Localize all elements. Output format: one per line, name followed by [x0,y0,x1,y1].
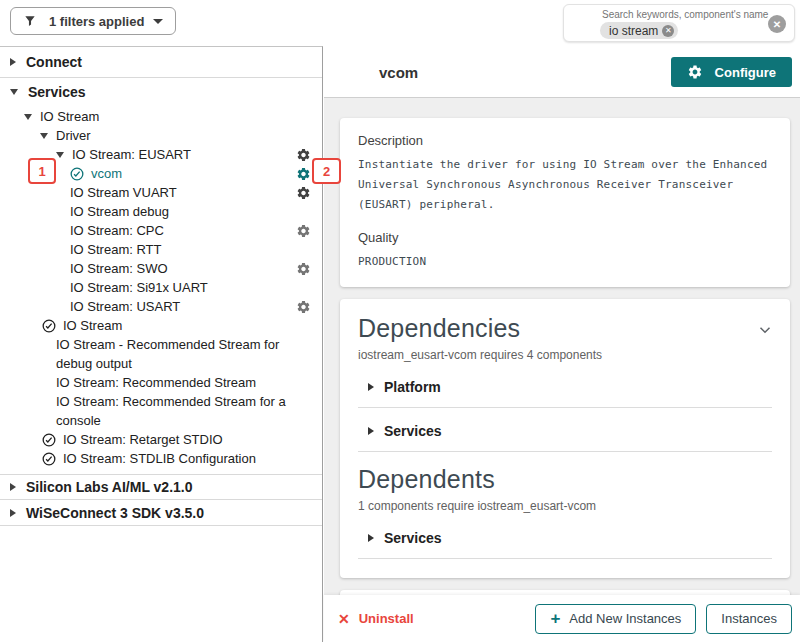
search-input[interactable]: Search keywords, component's name io str… [563,4,795,42]
tree-item-retarget-stdio[interactable]: IO Stream: Retarget STDIO [0,430,322,449]
sidebar-item-label: Silicon Labs AI/ML v2.1.0 [26,479,193,495]
description-card: Description Instantiate the driver for u… [340,118,790,287]
expand-arrow-icon[interactable] [368,534,374,542]
filter-funnel-icon [23,14,37,28]
sidebar-item-wiseconnect[interactable]: WiSeConnect 3 SDK v3.5.0 [0,500,322,526]
expand-arrow-icon[interactable] [368,383,374,391]
sidebar-item-connect[interactable]: Connect [0,47,322,78]
configure-gear-icon[interactable] [296,261,311,276]
expand-arrow-icon[interactable] [10,483,16,491]
add-new-instances-button[interactable]: + Add New Instances [535,604,696,634]
sidebar-item-ai-ml[interactable]: Silicon Labs AI/ML v2.1.0 [0,474,322,500]
gear-icon [687,64,703,80]
close-icon: ✕ [338,611,350,627]
configure-button[interactable]: Configure [671,57,792,87]
page-title: vcom [379,63,418,80]
tree-item-cpc[interactable]: IO Stream: CPC [0,221,322,240]
configure-gear-icon[interactable] [296,166,311,181]
dependents-group-services[interactable]: Services [358,528,772,558]
annotation-marker-1: 1 [28,158,56,184]
dependencies-group-platform[interactable]: Platform [358,377,772,407]
expand-arrow-icon[interactable] [10,58,16,66]
tree-item-swo[interactable]: IO Stream: SWO [0,259,322,278]
tree-item-rec-debug[interactable]: IO Stream - Recommended Stream for debug… [0,335,322,373]
search-chip-label: io stream [609,24,658,38]
installed-check-icon [42,452,56,466]
tree-item-stdlib-config[interactable]: IO Stream: STDLIB Configuration [0,449,322,468]
expand-arrow-icon[interactable] [368,427,374,435]
collapse-arrow-icon[interactable] [24,114,32,120]
filter-button-label: 1 filters applied [49,14,144,29]
tree-item-si91x[interactable]: IO Stream: Si91x UART [0,278,322,297]
uninstall-button[interactable]: ✕ Uninstall [338,611,414,627]
collapse-arrow-icon[interactable] [40,133,48,139]
detail-header: vcom Configure [324,46,800,98]
quality-value: PRODUCTION [358,252,772,272]
divider [358,451,772,452]
divider [358,407,772,408]
tree-item-rtt[interactable]: IO Stream: RTT [0,240,322,259]
dependents-subtitle: 1 components require iostream_eusart-vco… [358,499,772,513]
chip-remove-icon[interactable]: ✕ [662,25,674,37]
dependencies-card: Dependencies iostream_eusart-vcom requir… [340,299,790,578]
tree-item-io-stream[interactable]: IO Stream [0,107,322,126]
component-tree-panel: Connect Services IO Stream Driver IO Str… [0,46,323,642]
expand-arrow-icon[interactable] [10,509,16,517]
detail-footer-bar: ✕ Uninstall + Add New Instances Instance… [324,595,800,642]
installed-check-icon [42,433,56,447]
configure-gear-icon[interactable] [296,223,311,238]
tree-item-io-stream-installed[interactable]: IO Stream [0,316,322,335]
topbar: 1 filters applied Search keywords, compo… [0,0,800,46]
configure-gear-icon[interactable] [296,185,311,200]
tree-item-usart[interactable]: IO Stream: USART [0,297,322,316]
tree-item-driver[interactable]: Driver [0,126,322,145]
dependencies-group-services[interactable]: Services [358,421,772,451]
dependents-title: Dependents [358,465,772,494]
dependencies-title: Dependencies [358,314,772,343]
tree-item-rec-stream[interactable]: IO Stream: Recommended Stream [0,373,322,392]
detail-content: Description Instantiate the driver for u… [324,98,800,642]
configure-gear-icon[interactable] [296,147,311,162]
description-body: Instantiate the driver for using IO Stre… [358,155,772,215]
annotation-marker-2: 2 [312,158,341,184]
configure-gear-icon[interactable] [296,299,311,314]
sidebar-item-label: Services [28,84,86,100]
component-detail-panel: vcom Configure Description Instantiate t… [324,46,800,642]
tree-item-vuart[interactable]: IO Stream VUART [0,183,322,202]
divider [358,558,772,559]
tree-item-debug[interactable]: IO Stream debug [0,202,322,221]
dependencies-subtitle: iostream_eusart-vcom requires 4 componen… [358,348,772,362]
sidebar-item-label: Connect [26,54,82,70]
search-clear-button[interactable]: ✕ [768,15,786,33]
tree-item-rec-console[interactable]: IO Stream: Recommended Stream for a cons… [0,392,322,430]
sidebar-item-label: WiSeConnect 3 SDK v3.5.0 [26,505,204,521]
description-heading: Description [358,133,772,148]
installed-check-icon [42,319,56,333]
filter-button[interactable]: 1 filters applied [10,7,176,35]
collapse-arrow-icon[interactable] [56,152,64,158]
collapse-arrow-icon[interactable] [10,89,18,95]
quality-heading: Quality [358,230,772,245]
chevron-down-icon[interactable] [756,321,774,339]
installed-check-icon [70,167,84,181]
plus-icon: + [550,610,560,627]
caret-down-icon [153,19,163,24]
search-placeholder: Search keywords, component's name [602,9,768,20]
sidebar-item-services[interactable]: Services [0,78,322,106]
search-chip[interactable]: io stream ✕ [600,22,678,39]
instances-button[interactable]: Instances [706,604,792,634]
